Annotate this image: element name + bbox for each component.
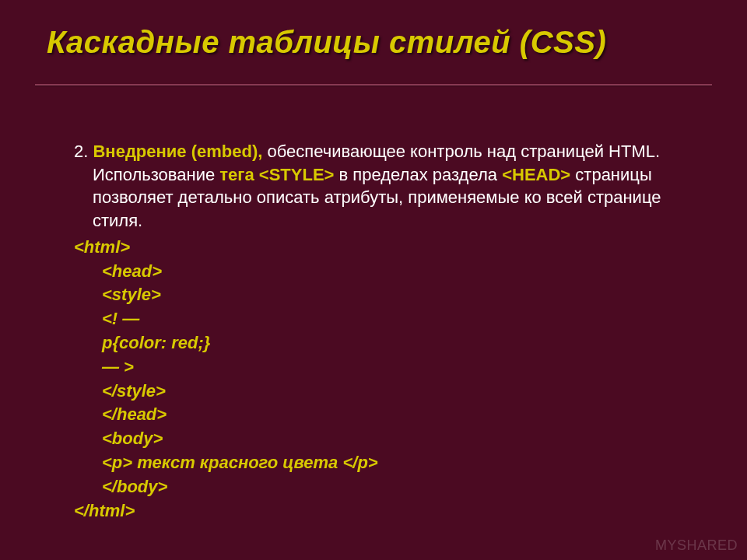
paragraph-embed: 2. Внедрение (embed), обеспечивающее кон…: [51, 140, 693, 233]
code-line: </head>: [74, 403, 693, 427]
code-tag-p-open: <p>: [102, 453, 137, 472]
code-line: <! —: [74, 307, 693, 331]
code-line: <p> текст красного цвета </p>: [74, 451, 693, 475]
list-number: 2.: [74, 142, 93, 161]
code-line: <head>: [74, 260, 693, 284]
code-line: p{color: red;}: [74, 331, 693, 355]
code-line: <body>: [74, 427, 693, 451]
code-red-text: текст красного цвета: [137, 453, 338, 472]
code-tag-p-close: </p>: [338, 453, 377, 472]
title-divider: [35, 84, 712, 86]
code-line: </body>: [74, 475, 693, 499]
watermark: MYSHARED: [655, 537, 738, 554]
code-line: </html>: [74, 499, 693, 523]
keyword-embed: Внедрение (embed),: [93, 142, 262, 161]
code-block: <html> <head> <style> <! — p{color: red;…: [51, 236, 693, 523]
slide-title: Каскадные таблицы стилей (CSS): [47, 25, 716, 60]
code-line: </style>: [74, 380, 693, 404]
keyword-head-tag: <HEAD>: [502, 165, 570, 184]
code-line: <style>: [74, 283, 693, 307]
code-line: — >: [74, 355, 693, 380]
code-line: <html>: [74, 236, 693, 260]
para-text-2: в пределах раздела: [334, 165, 502, 184]
slide: Каскадные таблицы стилей (CSS) 2. Внедре…: [0, 0, 747, 560]
slide-body: 2. Внедрение (embed), обеспечивающее кон…: [51, 140, 693, 523]
keyword-style-tag: тега <STYLE>: [219, 165, 334, 184]
